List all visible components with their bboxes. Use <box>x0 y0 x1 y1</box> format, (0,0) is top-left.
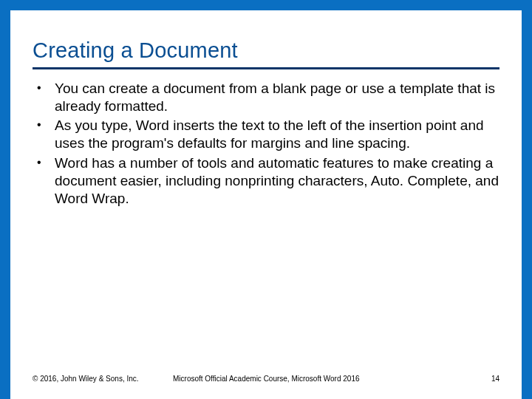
list-item: You can create a document from a blank p… <box>35 80 499 115</box>
course-text: Microsoft Official Academic Course, Micr… <box>173 375 470 383</box>
slide-content: You can create a document from a blank p… <box>33 80 499 208</box>
slide: Creating a Document You can create a doc… <box>10 10 522 399</box>
page-number: 14 <box>470 375 499 383</box>
list-item: As you type, Word inserts the text to th… <box>35 117 499 152</box>
slide-title: Creating a Document <box>33 38 499 69</box>
bullet-text: As you type, Word inserts the text to th… <box>55 117 484 151</box>
copyright-text: © 2016, John Wiley & Sons, Inc. <box>33 375 173 383</box>
bullet-text: You can create a document from a blank p… <box>55 81 495 114</box>
slide-footer: © 2016, John Wiley & Sons, Inc. Microsof… <box>33 375 499 383</box>
bullet-text: Word has a number of tools and automatic… <box>55 155 499 206</box>
bullet-list: You can create a document from a blank p… <box>33 80 499 208</box>
list-item: Word has a number of tools and automatic… <box>35 154 499 208</box>
